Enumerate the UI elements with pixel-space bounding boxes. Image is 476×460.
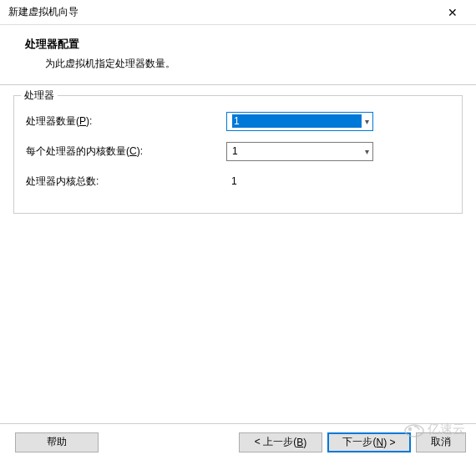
help-button[interactable]: 帮助 xyxy=(15,432,99,452)
watermark-logo: 亿速云 xyxy=(403,417,473,442)
groupbox-legend: 处理器 xyxy=(21,88,58,103)
chevron-down-icon: ▾ xyxy=(362,147,369,156)
svg-point-1 xyxy=(408,427,412,431)
combo-cores-per-processor-value: 1 xyxy=(232,145,362,157)
row-processor-count: 处理器数量(P): 1 ▾ xyxy=(26,111,450,131)
page-title: 处理器配置 xyxy=(25,37,459,52)
watermark-text: 亿速云 xyxy=(427,422,465,436)
processor-groupbox: 处理器 处理器数量(P): 1 ▾ 每个处理器的内核数量(C): 1 ▾ 处理器… xyxy=(13,95,463,214)
content-area: 处理器 处理器数量(P): 1 ▾ 每个处理器的内核数量(C): 1 ▾ 处理器… xyxy=(0,85,476,224)
page-subtitle: 为此虚拟机指定处理器数量。 xyxy=(45,57,459,71)
row-cores-per-processor: 每个处理器的内核数量(C): 1 ▾ xyxy=(26,141,450,161)
close-icon: ✕ xyxy=(448,6,458,19)
combo-processor-count-value: 1 xyxy=(232,114,362,128)
row-total-cores: 处理器内核总数: 1 xyxy=(26,171,450,191)
label-total-cores: 处理器内核总数: xyxy=(26,174,226,189)
wizard-header: 处理器配置 为此虚拟机指定处理器数量。 xyxy=(0,25,476,84)
label-cores-per-processor: 每个处理器的内核数量(C): xyxy=(26,144,226,159)
close-button[interactable]: ✕ xyxy=(436,1,469,24)
svg-point-0 xyxy=(405,425,423,437)
back-button[interactable]: < 上一步(B) xyxy=(239,432,322,452)
combo-processor-count[interactable]: 1 ▾ xyxy=(226,112,373,131)
titlebar: 新建虚拟机向导 ✕ xyxy=(0,0,476,25)
chevron-down-icon: ▾ xyxy=(362,117,369,126)
combo-cores-per-processor[interactable]: 1 ▾ xyxy=(226,142,373,161)
next-button[interactable]: 下一步(N) > xyxy=(327,432,411,452)
label-processor-count: 处理器数量(P): xyxy=(26,114,226,129)
value-total-cores: 1 xyxy=(226,175,237,187)
window-title: 新建虚拟机向导 xyxy=(8,5,436,19)
